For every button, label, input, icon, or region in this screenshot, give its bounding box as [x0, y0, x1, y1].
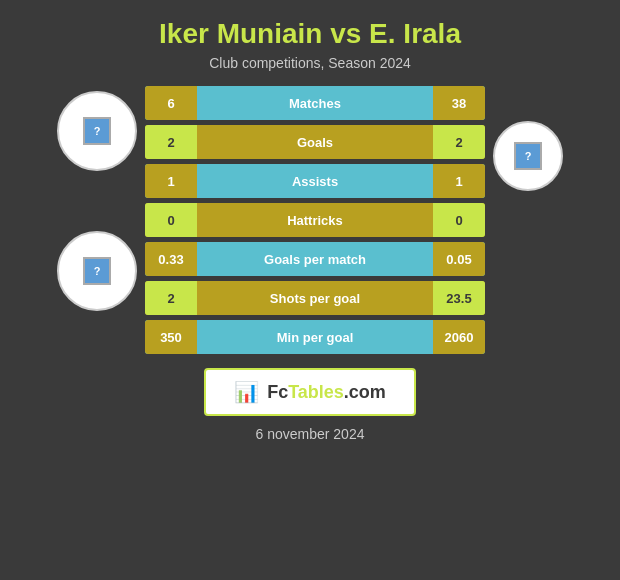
- stat-left-4: 0.33: [145, 242, 197, 276]
- stat-left-6: 350: [145, 320, 197, 354]
- stats-table: 6Matches382Goals21Assists10Hattricks00.3…: [145, 86, 485, 354]
- stat-left-2: 1: [145, 164, 197, 198]
- page-title: Iker Muniain vs E. Irala: [159, 18, 461, 50]
- stat-label-2: Assists: [197, 174, 433, 189]
- stat-label-0: Matches: [197, 96, 433, 111]
- stat-row-goals-per-match: 0.33Goals per match0.05: [145, 242, 485, 276]
- stat-left-5: 2: [145, 281, 197, 315]
- stat-row-shots-per-goal: 2Shots per goal23.5: [145, 281, 485, 315]
- player1-avatar-top: ?: [57, 91, 137, 171]
- subtitle: Club competitions, Season 2024: [209, 55, 411, 71]
- player1-placeholder2: ?: [83, 257, 111, 285]
- main-content: ? ? 6Matches382Goals21Assists10Hattricks…: [0, 86, 620, 354]
- stat-right-0: 38: [433, 86, 485, 120]
- stat-label-6: Min per goal: [197, 330, 433, 345]
- stat-label-4: Goals per match: [197, 252, 433, 267]
- stat-row-min-per-goal: 350Min per goal2060: [145, 320, 485, 354]
- left-avatars: ? ?: [57, 86, 137, 311]
- stat-row-assists: 1Assists1: [145, 164, 485, 198]
- stat-label-3: Hattricks: [197, 213, 433, 228]
- brand-box: 📊 FcTables.com: [204, 368, 416, 416]
- stat-right-1: 2: [433, 125, 485, 159]
- stat-left-3: 0: [145, 203, 197, 237]
- stat-label-5: Shots per goal: [197, 291, 433, 306]
- player2-placeholder: ?: [514, 142, 542, 170]
- player1-avatar-bottom: ?: [57, 231, 137, 311]
- stat-row-matches: 6Matches38: [145, 86, 485, 120]
- stat-row-goals: 2Goals2: [145, 125, 485, 159]
- brand-text: FcTables.com: [267, 382, 386, 403]
- stat-left-0: 6: [145, 86, 197, 120]
- stat-right-5: 23.5: [433, 281, 485, 315]
- date-footer: 6 november 2024: [256, 426, 365, 442]
- stat-left-1: 2: [145, 125, 197, 159]
- brand-icon: 📊: [234, 380, 259, 404]
- stat-label-1: Goals: [197, 135, 433, 150]
- stat-right-6: 2060: [433, 320, 485, 354]
- stat-right-2: 1: [433, 164, 485, 198]
- stat-row-hattricks: 0Hattricks0: [145, 203, 485, 237]
- right-avatars: ?: [493, 86, 563, 191]
- stat-right-4: 0.05: [433, 242, 485, 276]
- stat-right-3: 0: [433, 203, 485, 237]
- player2-avatar: ?: [493, 121, 563, 191]
- player1-placeholder: ?: [83, 117, 111, 145]
